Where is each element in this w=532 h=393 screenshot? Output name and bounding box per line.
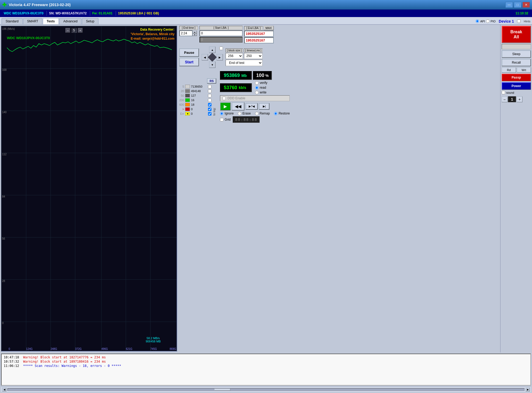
pct-value: 100 <box>256 73 264 78</box>
scan-check-200[interactable] <box>208 99 211 102</box>
scan-check-err[interactable] <box>208 112 211 116</box>
grid-label[interactable]: Grid <box>225 118 231 121</box>
hints-checkbox[interactable] <box>517 19 521 23</box>
chart-xlabel-621g: 621G <box>126 347 132 350</box>
grid-checkbox[interactable] <box>220 118 223 121</box>
timeout-select[interactable]: 25050010002000 <box>244 53 263 59</box>
scan-check-20[interactable] <box>208 89 211 93</box>
ignore-label[interactable]: Ignore <box>225 112 234 115</box>
content-area: 196 (Mb/s) 168 140 112 84 56 28 0 – 5 + … <box>0 25 532 353</box>
play-button[interactable]: ▶ <box>220 102 231 110</box>
verify-label[interactable]: verify <box>260 81 267 85</box>
chart-xlabel-745g: 745G <box>150 347 157 350</box>
rd-button[interactable]: Rd <box>502 67 516 73</box>
start-lba-input[interactable] <box>200 30 243 36</box>
ddd-checkbox[interactable] <box>222 97 226 100</box>
remap-label[interactable]: Remap <box>260 112 270 115</box>
tab-tests[interactable]: Tests <box>43 18 59 24</box>
scan-val-gt: 0 <box>191 108 207 111</box>
ignore-radio[interactable] <box>220 112 223 115</box>
scroll-left-arrow[interactable]: ◀ <box>2 388 6 391</box>
pio-label[interactable]: PIO <box>491 20 496 23</box>
scrollbar-area: ◀ ▶ <box>1 387 531 392</box>
scan-check-5[interactable] <box>208 85 211 88</box>
close-button[interactable]: ✕ <box>522 2 530 8</box>
end-time-input-wrap: ▲ ▼ <box>179 30 198 36</box>
restore-radio[interactable] <box>274 112 277 115</box>
start-button[interactable]: Start <box>179 58 199 66</box>
time-spin-down[interactable]: ▼ <box>193 33 197 36</box>
to-log-label: to log: <box>213 85 216 116</box>
mb-row: 953869 Mb 100 % <box>220 71 290 80</box>
rs-button[interactable]: RS <box>207 78 216 84</box>
kbs-unit: kb/s <box>239 85 246 90</box>
ddd-label[interactable]: DDD Enable <box>227 96 245 100</box>
scan-check-600[interactable] <box>208 103 211 107</box>
dir-down-button[interactable]: ▼ <box>209 62 215 68</box>
endtest-select[interactable]: End of test Pause Continue <box>226 60 263 66</box>
remap-radio[interactable] <box>255 112 259 115</box>
wrt-button[interactable]: Wrt <box>517 67 531 73</box>
pio-radio[interactable] <box>486 19 489 23</box>
scan-row-600ms: 600 18 <box>179 103 211 107</box>
read-radio-row: read <box>255 86 267 89</box>
dir-up-button[interactable]: ▲ <box>209 47 215 53</box>
pause-button[interactable]: Pause <box>179 48 199 57</box>
break-all-button[interactable]: BreakAll <box>502 26 531 43</box>
scan-val-600: 18 <box>191 103 207 106</box>
scan-label-600: 600 <box>179 103 184 106</box>
scan-check-gt[interactable] <box>208 108 211 111</box>
dir-left-button[interactable]: ◀ <box>202 54 208 60</box>
write-label[interactable]: write <box>260 91 266 94</box>
max-button[interactable]: MAX <box>264 26 274 30</box>
sound-checkbox[interactable] <box>502 91 505 94</box>
dir-center-diamond <box>208 53 217 62</box>
erase-radio[interactable] <box>238 112 241 115</box>
log-line-1: 10:47:18 Warning! Block start at 1827147… <box>4 355 528 359</box>
scan-counts-section: RS 5 7136650 <box>179 78 216 116</box>
direction-checkbox[interactable] <box>219 47 223 50</box>
api-radio[interactable] <box>476 19 479 23</box>
tab-standard[interactable]: Standard <box>2 18 23 24</box>
write-radio[interactable] <box>255 91 259 94</box>
sound-label[interactable]: sound <box>506 91 514 94</box>
tab-advanced[interactable]: Advanced <box>59 18 81 24</box>
scrollbar-track[interactable] <box>7 388 525 391</box>
minimize-button[interactable]: — <box>505 2 513 8</box>
scrollbar-thumb[interactable] <box>214 388 230 391</box>
maximize-button[interactable]: □ <box>514 2 521 8</box>
ddd-row: DDD Enable <box>220 95 290 101</box>
stepback-button[interactable]: ▶?◀ <box>246 103 258 110</box>
block-size-select[interactable]: 25651210242048 <box>226 53 243 59</box>
erase-option: Erase <box>238 112 251 115</box>
hints-label: Hints <box>524 20 530 23</box>
time-spin-up[interactable]: ▲ <box>193 31 197 33</box>
dir-right-button[interactable]: ▶ <box>217 54 223 60</box>
scroll-right-arrow[interactable]: ▶ <box>526 388 530 391</box>
read-label[interactable]: read <box>260 86 266 89</box>
verify-radio[interactable] <box>255 81 259 85</box>
end-time-input[interactable] <box>179 30 193 36</box>
restore-option: Restore <box>274 112 290 115</box>
scan-check-50[interactable] <box>208 94 211 97</box>
tab-smart[interactable]: SMART <box>23 18 42 24</box>
counter-plus-button[interactable]: + <box>517 96 522 102</box>
erase-label[interactable]: Erase <box>242 112 251 115</box>
passp-button[interactable]: Passp <box>502 74 531 81</box>
skipend-button[interactable]: ▶| <box>259 103 269 110</box>
log-time-2: 10:57:32 <box>4 360 19 363</box>
tab-setup[interactable]: Setup <box>82 18 98 24</box>
counter-minus-button[interactable]: – <box>502 96 508 102</box>
rewind-button[interactable]: ◀◀ <box>232 102 244 110</box>
api-label[interactable]: API <box>480 20 485 23</box>
sleep-button[interactable]: Sleep <box>502 50 531 58</box>
power-button[interactable]: Power <box>502 82 531 90</box>
grid-check-row: Grid <box>220 118 231 121</box>
lba-display-0: 0 <box>200 37 243 43</box>
recall-button[interactable]: Recall <box>502 59 531 66</box>
playback-row: ▶ ◀◀ ▶?◀ ▶| <box>220 102 290 110</box>
grid-row: Grid 88:88:88 <box>220 116 290 123</box>
scan-box-err: ✕ <box>185 112 190 116</box>
read-radio[interactable] <box>255 86 259 89</box>
restore-label[interactable]: Restore <box>279 112 290 115</box>
